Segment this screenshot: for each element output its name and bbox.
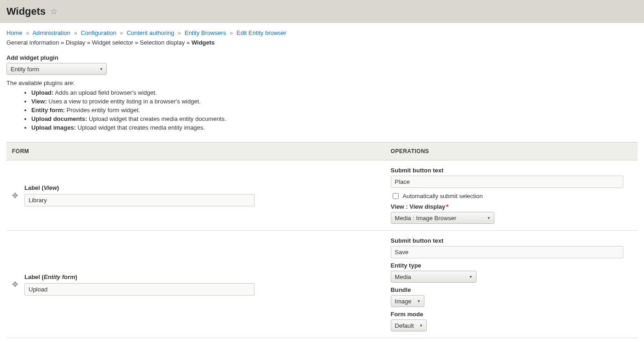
- entity-type-select[interactable]: Media: [391, 271, 476, 283]
- view-display-select[interactable]: Media : Image Browser: [391, 212, 494, 224]
- add-plugin-select[interactable]: Entity form: [6, 63, 107, 75]
- submit-text-label: Submit button text: [391, 167, 632, 174]
- widget-label-heading: Label (Entity form): [24, 274, 380, 280]
- page-title: Widgets: [6, 6, 46, 17]
- table-row: ✥ Label (Entity form) Submit button text: [6, 231, 638, 338]
- auto-submit-checkbox[interactable]: [393, 193, 399, 199]
- submit-text-label: Submit button text: [391, 237, 632, 244]
- breadcrumb-edit[interactable]: Edit Entity browser: [237, 29, 286, 36]
- list-item: View: Uses a view to provide entity list…: [31, 98, 638, 105]
- col-form: FORM: [6, 142, 385, 160]
- breadcrumb-configuration[interactable]: Configuration: [81, 29, 116, 36]
- auto-submit-label: Automatically submit selection: [403, 193, 483, 200]
- bundle-label: Bundle: [391, 286, 632, 293]
- submit-text-input[interactable]: [391, 246, 623, 258]
- plugins-help-intro: The available plugins are:: [6, 80, 638, 86]
- widget-label-heading: Label (View): [24, 184, 380, 191]
- add-plugin-label: Add widget plugin: [6, 54, 638, 61]
- breadcrumb-administration[interactable]: Administration: [32, 29, 70, 36]
- drag-handle-icon[interactable]: ✥: [12, 280, 18, 289]
- widget-label-input[interactable]: [24, 283, 255, 296]
- view-display-label: View : View display*: [391, 203, 632, 210]
- list-item: Entity form: Provides entity form widget…: [31, 107, 638, 114]
- entity-type-label: Entity type: [391, 262, 632, 269]
- form-mode-select[interactable]: Default: [391, 319, 427, 331]
- plugin-list: Upload: Adds an upload field browser's w…: [6, 89, 638, 131]
- breadcrumb-home[interactable]: Home: [6, 29, 23, 36]
- list-item: Upload: Adds an upload field browser's w…: [31, 89, 638, 96]
- breadcrumb: Home » Administration » Configuration » …: [6, 29, 638, 36]
- breadcrumb-entity-browsers[interactable]: Entity Browsers: [185, 29, 226, 36]
- wizard-steps: General information » Display » Widget s…: [6, 39, 638, 46]
- drag-handle-icon[interactable]: ✥: [12, 191, 18, 200]
- bundle-select[interactable]: Image: [391, 295, 424, 307]
- favorite-star-icon[interactable]: ☆: [50, 6, 58, 17]
- submit-text-input[interactable]: [391, 176, 623, 188]
- list-item: Upload documents: Upload widget that cre…: [31, 115, 638, 122]
- form-mode-label: Form mode: [391, 311, 632, 318]
- list-item: Upload images: Upload widget that create…: [31, 124, 638, 131]
- table-row: ✥ Label (View) Submit button text: [6, 160, 638, 231]
- widget-label-input[interactable]: [24, 194, 255, 206]
- col-operations: OPERATIONS: [385, 142, 638, 160]
- breadcrumb-content-authoring[interactable]: Content authoring: [127, 29, 174, 36]
